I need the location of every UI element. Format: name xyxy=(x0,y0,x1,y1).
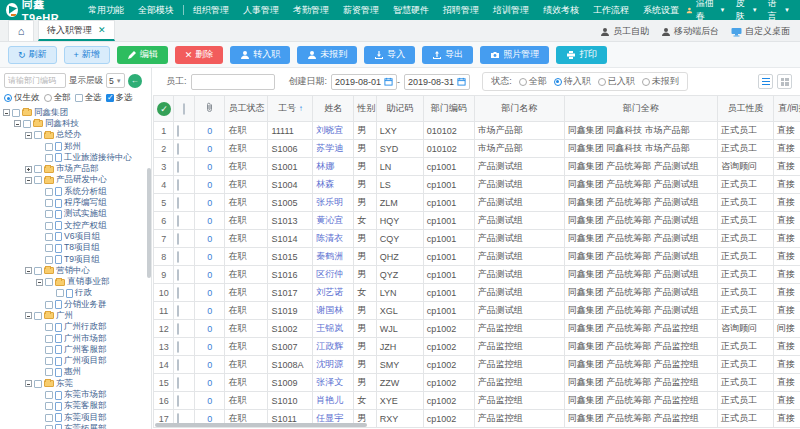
checkbox-icon[interactable] xyxy=(177,143,179,155)
导入-button[interactable]: 导入 xyxy=(364,46,415,64)
column-header-部门名称[interactable]: 部门名称 xyxy=(474,96,564,122)
attachment-count[interactable]: 0 xyxy=(194,230,225,248)
tree-node-工业旅游接待中心[interactable]: 工业旅游接待中心 xyxy=(3,152,151,163)
sidebar-option-全选[interactable]: 全选 xyxy=(75,92,102,104)
tree-node-T9项目组[interactable]: T9项目组 xyxy=(3,254,151,265)
table-row[interactable]: 70在职S1014陈清衣男CQYcp1001产品测试组同鑫集团 产品统筹部 产品… xyxy=(154,230,800,248)
tree-node-同鑫科技[interactable]: 同鑫科技 xyxy=(3,118,151,129)
attachment-count[interactable]: 0 xyxy=(194,338,225,356)
cell-name-link[interactable]: 苏学迪 xyxy=(313,140,354,158)
checkbox-icon[interactable] xyxy=(45,391,53,399)
checkbox-icon[interactable] xyxy=(177,341,179,353)
checkbox-icon[interactable] xyxy=(177,125,179,137)
tabbar-link-1[interactable]: 员工自助 xyxy=(600,25,649,38)
table-row[interactable]: 160在职S1010肖艳儿女XYEcp1002产品监控组同鑫集团 产品统筹部 产… xyxy=(154,392,800,410)
tabbar-link-3[interactable]: 自定义桌面 xyxy=(731,25,790,38)
tree-node-总经办[interactable]: 总经办 xyxy=(3,130,151,141)
employee-input[interactable] xyxy=(191,74,275,90)
cell-name-link[interactable]: 张乐明 xyxy=(313,194,354,212)
checkbox-icon[interactable] xyxy=(45,222,53,230)
checkbox-icon[interactable] xyxy=(12,109,20,117)
tree-node-东莞[interactable]: 东莞 xyxy=(3,378,151,389)
attachment-count[interactable]: 0 xyxy=(194,320,225,338)
tree-node-东莞市场部[interactable]: 东莞市场部 xyxy=(3,389,151,400)
tree-node-行政[interactable]: 行政 xyxy=(3,288,151,299)
close-icon[interactable]: ✕ xyxy=(98,25,106,35)
cell-name-link[interactable]: 沈明源 xyxy=(313,356,354,374)
checkbox-icon[interactable] xyxy=(45,154,53,162)
tree-node-V6项目组[interactable]: V6项目组 xyxy=(3,231,151,242)
date-from-input[interactable]: 2019-08-01 xyxy=(331,74,397,90)
date-to-input[interactable]: 2019-08-31 xyxy=(404,74,470,90)
tree-node-惠州[interactable]: 惠州 xyxy=(3,367,151,378)
sidebar-option-多选[interactable]: 多选 xyxy=(106,92,133,104)
nav-item-12[interactable]: 系统设置 xyxy=(636,0,686,20)
checkbox-icon[interactable] xyxy=(45,199,53,207)
nav-item-3[interactable]: 组织管理 xyxy=(186,0,236,20)
cell-name-link[interactable]: 刘晓宜 xyxy=(313,122,354,140)
table-row[interactable]: 30在职S1001林娜男LNcp1001产品测试组同鑫集团 产品统筹部 产品测试… xyxy=(154,158,800,176)
attachment-count[interactable]: 0 xyxy=(194,158,225,176)
转入职-button[interactable]: 转入职 xyxy=(230,46,290,64)
checkbox-icon[interactable] xyxy=(177,161,179,173)
checkbox-icon[interactable] xyxy=(45,323,53,331)
table-row[interactable]: 80在职S1015秦鹤洲男QHZcp1001产品测试组同鑫集团 产品统筹部 产品… xyxy=(154,248,800,266)
checkbox-icon[interactable] xyxy=(45,188,53,196)
nav-item-1[interactable]: 常用功能 xyxy=(81,0,131,20)
导出-button[interactable]: 导出 xyxy=(422,46,473,64)
checkbox-icon[interactable] xyxy=(45,402,53,410)
tree-node-直销事业部[interactable]: 直销事业部 xyxy=(3,276,151,287)
checkbox-icon[interactable] xyxy=(177,179,179,191)
cell-name-link[interactable]: 王锦岚 xyxy=(313,320,354,338)
table-row[interactable]: 20在职S1006苏学迪男SYD010102市场产品部同鑫集团 同鑫科技 市场产… xyxy=(154,140,800,158)
attachment-count[interactable]: 0 xyxy=(194,284,225,302)
tab-pending-entry[interactable]: 待入职管理 ✕ xyxy=(38,20,115,41)
table-row[interactable]: 90在职S1016区衍仲男QYZcp1001产品测试组同鑫集团 产品统筹部 产品… xyxy=(154,266,800,284)
nav-item-9[interactable]: 培训管理 xyxy=(486,0,536,20)
cell-name-link[interactable]: 肖艳儿 xyxy=(313,392,354,410)
sidebar-option-仅生效[interactable]: 仅生效 xyxy=(4,92,40,104)
tree-node-东莞客服部[interactable]: 东莞客服部 xyxy=(3,401,151,412)
column-header-性别[interactable]: 性别 xyxy=(354,96,376,122)
attachment-count[interactable]: 0 xyxy=(194,176,225,194)
table-row[interactable]: 10在职11111刘晓宜男LXY010102市场产品部同鑫集团 同鑫科技 市场产… xyxy=(154,122,800,140)
checkbox-icon[interactable] xyxy=(177,197,179,209)
tree-node-广州客服部[interactable]: 广州客服部 xyxy=(3,344,151,355)
tree-node-广州行政部[interactable]: 广州行政部 xyxy=(3,322,151,333)
cell-name-link[interactable]: 黄沁宜 xyxy=(313,212,354,230)
column-header-员工状态[interactable]: 员工状态 xyxy=(225,96,268,122)
checkbox-icon[interactable] xyxy=(177,305,179,317)
checkbox-icon[interactable] xyxy=(45,425,53,429)
table-row[interactable]: 60在职S1013黄沁宜女HQYcp1001产品测试组同鑫集团 产品统筹部 产品… xyxy=(154,212,800,230)
column-header-部门全称[interactable]: 部门全称 xyxy=(564,96,717,122)
nav-item-6[interactable]: 薪资管理 xyxy=(336,0,386,20)
table-row[interactable]: 100在职S1017刘艺诺女LYNcp1001产品测试组同鑫集团 产品统筹部 产… xyxy=(154,284,800,302)
cell-name-link[interactable]: 秦鹤洲 xyxy=(313,248,354,266)
tree-node-东莞项目部[interactable]: 东莞项目部 xyxy=(3,412,151,423)
horizontal-scrollbar[interactable] xyxy=(155,423,367,427)
table-row[interactable]: 120在职S1002王锦岚男WJLcp1002产品监控组同鑫集团 产品统筹部 产… xyxy=(154,320,800,338)
cell-name-link[interactable]: 谢国林 xyxy=(313,302,354,320)
tabbar-link-2[interactable]: 移动端后台 xyxy=(661,25,719,38)
attachment-count[interactable]: 0 xyxy=(194,374,225,392)
刷新-button[interactable]: ↻刷新 xyxy=(8,46,57,64)
checkbox-icon[interactable] xyxy=(23,120,31,128)
attachment-count[interactable]: 0 xyxy=(194,212,225,230)
checkbox-icon[interactable] xyxy=(34,165,42,173)
table-row[interactable]: 40在职S1004林森男LScp1001产品测试组同鑫集团 产品统筹部 产品测试… xyxy=(154,176,800,194)
checkbox-icon[interactable] xyxy=(45,368,53,376)
table-row[interactable]: 130在职S1007江政辉男JZHcp1002产品监控组同鑫集团 产品统筹部 产… xyxy=(154,338,800,356)
sidebar-scrollbar[interactable] xyxy=(147,168,151,278)
tree-node-同鑫集团[interactable]: 同鑫集团 xyxy=(3,107,151,118)
tree-node-产品研发中心[interactable]: 产品研发中心 xyxy=(3,175,151,186)
cell-name-link[interactable]: 刘艺诺 xyxy=(313,284,354,302)
list-view-button[interactable] xyxy=(758,74,773,89)
collapse-icon[interactable] xyxy=(25,267,32,274)
cell-name-link[interactable]: 张泽文 xyxy=(313,374,354,392)
checkbox-icon[interactable] xyxy=(183,103,185,115)
collapse-icon[interactable] xyxy=(25,132,32,139)
新增-button[interactable]: +新增 xyxy=(64,46,110,64)
table-row[interactable]: 150在职S1009张泽文男ZZWcp1002产品监控组同鑫集团 产品统筹部 产… xyxy=(154,374,800,392)
checkbox-icon[interactable] xyxy=(45,256,53,264)
nav-item-2[interactable]: 全部模块 xyxy=(131,0,181,20)
